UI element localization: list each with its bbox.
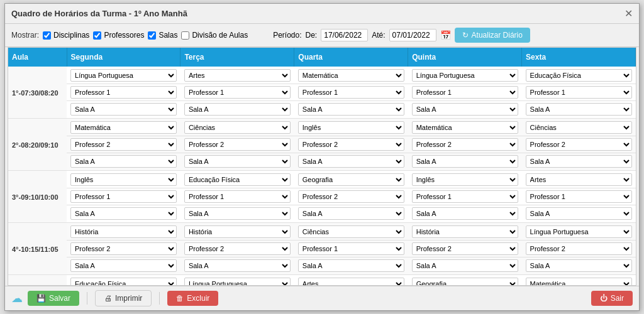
professor-select-1-1[interactable]: Professor 1Professor 2 (184, 138, 291, 151)
professor-cell: Professor 1Professor 2 (522, 136, 636, 153)
discipline-select-2-3[interactable]: Língua PortuguesaMatemáticaArtesCiências… (412, 173, 518, 186)
professor-select-2-1[interactable]: Professor 1Professor 2 (184, 190, 291, 203)
sala-select-1-0[interactable]: Sala ASala BSala C (70, 155, 177, 168)
salas-checkbox[interactable] (148, 31, 156, 40)
professor-select-0-3[interactable]: Professor 1Professor 2 (412, 86, 518, 99)
sala-select-2-2[interactable]: Sala ASala BSala C (298, 207, 404, 220)
discipline-select-2-0[interactable]: Língua PortuguesaMatemáticaArtesCiências… (70, 173, 177, 186)
sala-cell: Sala ASala BSala C (408, 101, 522, 119)
professor-select-3-2[interactable]: Professor 1Professor 2 (298, 242, 404, 255)
discipline-select-4-1[interactable]: Língua PortuguesaMatemáticaArtesCiências… (184, 278, 291, 286)
discipline-cell: Língua PortuguesaMatemáticaArtesCiências… (67, 67, 180, 84)
sala-select-0-4[interactable]: Sala ASala BSala C (526, 103, 632, 116)
imprimir-button[interactable]: 🖨 Imprimir (95, 290, 152, 306)
sala-select-2-4[interactable]: Sala ASala BSala C (526, 207, 632, 220)
discipline-select-0-0[interactable]: Língua PortuguesaMatemáticaArtesCiências… (70, 69, 177, 82)
discipline-select-0-2[interactable]: Língua PortuguesaMatemáticaArtesCiências… (298, 69, 404, 82)
discipline-select-4-2[interactable]: Língua PortuguesaMatemáticaArtesCiências… (298, 278, 404, 286)
professor-select-2-0[interactable]: Professor 1Professor 2 (70, 190, 177, 203)
professor-select-1-2[interactable]: Professor 1Professor 2 (298, 138, 404, 151)
professor-select-2-3[interactable]: Professor 1Professor 2 (412, 190, 518, 203)
table-row: Sala ASala BSala CSala ASala BSala CSala… (8, 153, 636, 171)
professor-select-3-0[interactable]: Professor 1Professor 2 (70, 242, 177, 255)
sala-select-3-4[interactable]: Sala ASala BSala C (526, 259, 632, 272)
discipline-select-2-4[interactable]: Língua PortuguesaMatemáticaArtesCiências… (526, 173, 632, 186)
ate-input[interactable] (389, 29, 436, 41)
sala-select-0-3[interactable]: Sala ASala BSala C (412, 103, 518, 116)
mostrar-label: Mostrar: (11, 31, 39, 40)
sala-select-2-0[interactable]: Sala ASala BSala C (70, 207, 177, 220)
sala-select-0-2[interactable]: Sala ASala BSala C (298, 103, 404, 116)
discipline-select-2-1[interactable]: Língua PortuguesaMatemáticaArtesCiências… (184, 173, 291, 186)
day-cell: Língua PortuguesaMatemáticaArtesCiências… (67, 275, 180, 286)
professor-select-1-3[interactable]: Professor 1Professor 2 (412, 138, 518, 151)
discipline-select-0-3[interactable]: Língua PortuguesaMatemáticaArtesCiências… (412, 69, 518, 82)
chk-professores-group: Professores (93, 31, 144, 40)
discipline-select-4-3[interactable]: Língua PortuguesaMatemáticaArtesCiências… (412, 278, 518, 286)
discipline-select-1-0[interactable]: Língua PortuguesaMatemáticaArtesCiências… (70, 121, 177, 134)
salvar-button[interactable]: 💾 Salvar (28, 291, 79, 306)
professor-select-2-4[interactable]: Professor 1Professor 2 (526, 190, 632, 203)
sala-select-3-0[interactable]: Sala ASala BSala C (70, 259, 177, 272)
professor-cell: Professor 1Professor 2 (67, 241, 180, 257)
discipline-select-4-0[interactable]: Língua PortuguesaMatemáticaArtesCiências… (70, 278, 177, 286)
professor-select-3-3[interactable]: Professor 1Professor 2 (412, 242, 518, 255)
professor-cell: Professor 1Professor 2 (294, 136, 408, 153)
professor-select-1-0[interactable]: Professor 1Professor 2 (70, 138, 177, 151)
de-input[interactable] (321, 29, 368, 41)
imprimir-label: Imprimir (115, 294, 142, 303)
discipline-select-4-4[interactable]: Língua PortuguesaMatemáticaArtesCiências… (526, 278, 632, 286)
discipline-select-1-2[interactable]: Língua PortuguesaMatemáticaArtesCiências… (298, 121, 404, 134)
sair-button[interactable]: ⏻ Sair (591, 291, 633, 306)
atualizar-button[interactable]: ↻ Atualizar Diário (455, 28, 530, 43)
discipline-cell: Língua PortuguesaMatemáticaArtesCiências… (294, 171, 408, 188)
sala-select-2-1[interactable]: Sala ASala BSala C (184, 207, 291, 220)
professor-cell: Professor 1Professor 2 (180, 188, 294, 205)
professor-select-0-0[interactable]: Professor 1Professor 2 (70, 86, 177, 99)
disciplinas-checkbox[interactable] (43, 31, 51, 40)
professor-select-0-2[interactable]: Professor 1Professor 2 (298, 86, 404, 99)
sala-select-0-0[interactable]: Sala ASala BSala C (70, 103, 177, 116)
discipline-select-0-1[interactable]: Língua PortuguesaMatemáticaArtesCiências… (184, 69, 291, 82)
discipline-cell: Língua PortuguesaMatemáticaArtesCiências… (408, 171, 522, 188)
calendar-icon[interactable]: 📅 (440, 30, 451, 40)
sala-select-1-2[interactable]: Sala ASala BSala C (298, 155, 404, 168)
discipline-select-3-2[interactable]: Língua PortuguesaMatemáticaArtesCiências… (298, 225, 404, 238)
table-row: Professor 1Professor 2Professor 1Profess… (8, 241, 636, 257)
discipline-select-3-3[interactable]: Língua PortuguesaMatemáticaArtesCiências… (412, 225, 518, 238)
close-button[interactable]: ✕ (625, 8, 633, 19)
table-row: Sala ASala BSala CSala ASala BSala CSala… (8, 101, 636, 119)
discipline-select-3-1[interactable]: Língua PortuguesaMatemáticaArtesCiências… (184, 225, 291, 238)
sala-select-2-3[interactable]: Sala ASala BSala C (412, 207, 518, 220)
professor-select-2-2[interactable]: Professor 1Professor 2 (298, 190, 404, 203)
discipline-select-1-4[interactable]: Língua PortuguesaMatemáticaArtesCiências… (526, 121, 632, 134)
professor-select-3-1[interactable]: Professor 1Professor 2 (184, 242, 291, 255)
discipline-cell: Língua PortuguesaMatemáticaArtesCiências… (408, 67, 522, 84)
discipline-select-3-4[interactable]: Língua PortuguesaMatemáticaArtesCiências… (526, 225, 632, 238)
professores-checkbox[interactable] (93, 31, 101, 40)
discipline-select-2-2[interactable]: Língua PortuguesaMatemáticaArtesCiências… (298, 173, 404, 186)
window-title: Quadro de Horários da Turma - 1º Ano Man… (11, 9, 187, 18)
discipline-select-1-1[interactable]: Língua PortuguesaMatemáticaArtesCiências… (184, 121, 291, 134)
professor-cell: Professor 1Professor 2 (408, 241, 522, 257)
divisao-checkbox[interactable] (181, 31, 189, 40)
excluir-button[interactable]: 🗑 Excluir (167, 291, 218, 306)
ate-label: Até: (372, 31, 385, 40)
professor-select-0-4[interactable]: Professor 1Professor 2 (526, 86, 632, 99)
discipline-select-3-0[interactable]: Língua PortuguesaMatemáticaArtesCiências… (70, 225, 177, 238)
discipline-select-1-3[interactable]: Língua PortuguesaMatemáticaArtesCiências… (412, 121, 518, 134)
professor-select-3-4[interactable]: Professor 1Professor 2 (526, 242, 632, 255)
sala-select-1-4[interactable]: Sala ASala BSala C (526, 155, 632, 168)
sala-select-0-1[interactable]: Sala ASala BSala C (184, 103, 291, 116)
professor-select-1-4[interactable]: Professor 1Professor 2 (526, 138, 632, 151)
sala-select-3-1[interactable]: Sala ASala BSala C (184, 259, 291, 272)
sala-select-1-1[interactable]: Sala ASala BSala C (184, 155, 291, 168)
discipline-select-0-4[interactable]: Língua PortuguesaMatemáticaArtesCiências… (526, 69, 632, 82)
sala-cell: Sala ASala BSala C (67, 205, 180, 223)
sala-select-3-2[interactable]: Sala ASala BSala C (298, 259, 404, 272)
professor-select-0-1[interactable]: Professor 1Professor 2 (184, 86, 291, 99)
sala-select-3-3[interactable]: Sala ASala BSala C (412, 259, 518, 272)
delete-icon: 🗑 (176, 294, 184, 303)
sala-cell: Sala ASala BSala C (408, 257, 522, 275)
sala-select-1-3[interactable]: Sala ASala BSala C (412, 155, 518, 168)
